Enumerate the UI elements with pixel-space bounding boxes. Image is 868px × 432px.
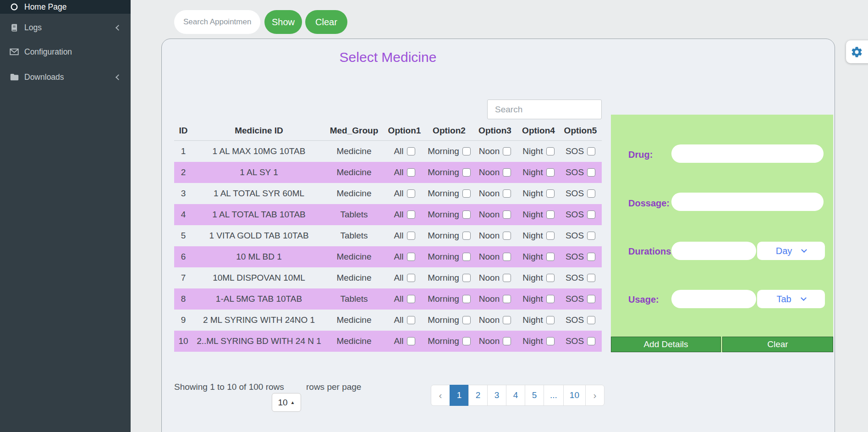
option-sos-checkbox[interactable] — [587, 189, 595, 198]
durations-unit-value: Day — [776, 246, 792, 256]
option-night-checkbox[interactable] — [546, 316, 555, 324]
table-row[interactable]: 1 1 AL MAX 10MG 10TAB Medicine All Morni… — [174, 141, 602, 162]
table-row[interactable]: 3 1 AL TOTAL SYR 60ML Medicine All Morni… — [174, 183, 602, 204]
option-night-checkbox[interactable] — [546, 337, 555, 345]
option-label: All — [394, 210, 403, 220]
pagination-page-button[interactable]: 10 — [563, 385, 586, 406]
pagination-page-button[interactable]: 1 — [450, 385, 469, 406]
usage-input[interactable] — [671, 290, 756, 308]
option-noon-checkbox[interactable] — [503, 295, 511, 303]
option-night-checkbox[interactable] — [546, 147, 555, 155]
option-sos-checkbox[interactable] — [587, 337, 595, 345]
appointment-search-input[interactable] — [174, 10, 260, 34]
table-row[interactable]: 5 1 VITA GOLD TAB 10TAB Tablets All Morn… — [174, 225, 602, 246]
dossage-input[interactable] — [671, 193, 824, 211]
show-button[interactable]: Show — [264, 10, 302, 34]
option-sos-checkbox[interactable] — [587, 316, 595, 324]
option-sos-checkbox[interactable] — [587, 274, 595, 282]
option-all-checkbox[interactable] — [407, 316, 415, 324]
pagination-next-button[interactable]: › — [585, 385, 604, 406]
table-row[interactable]: 2 1 AL SY 1 Medicine All Morning Noon Ni… — [174, 162, 602, 183]
option-morning-checkbox[interactable] — [462, 232, 471, 240]
option-sos-checkbox[interactable] — [587, 147, 595, 155]
option-noon-checkbox[interactable] — [503, 316, 511, 324]
folder-icon — [10, 72, 19, 82]
option-night-checkbox[interactable] — [546, 295, 555, 303]
option-all-checkbox[interactable] — [407, 295, 415, 303]
table-row[interactable]: 4 1 AL TOTAL TAB 10TAB Tablets All Morni… — [174, 204, 602, 225]
option-night-checkbox[interactable] — [546, 232, 555, 240]
clear-button[interactable]: Clear — [305, 10, 347, 34]
option-morning-checkbox[interactable] — [462, 168, 471, 177]
option-noon-checkbox[interactable] — [503, 210, 511, 219]
option-all-checkbox[interactable] — [407, 210, 415, 219]
usage-unit-select[interactable]: Tab — [757, 290, 825, 308]
sidebar-item-logs[interactable]: Logs — [0, 20, 131, 35]
table-row[interactable]: 10 2..ML SYRING BD WITH 24 N 1 Medicine … — [174, 331, 602, 352]
cell-id: 6 — [174, 252, 192, 262]
option-morning-checkbox[interactable] — [462, 253, 471, 261]
option-noon-checkbox[interactable] — [503, 232, 511, 240]
pagination-page-button[interactable]: ... — [544, 385, 564, 406]
pagination-page-button[interactable]: 4 — [506, 385, 525, 406]
option-morning-checkbox[interactable] — [462, 147, 471, 155]
option-noon-checkbox[interactable] — [503, 337, 511, 345]
add-details-panel: Drug: Dossage: Durations: Day Usage: Tab… — [611, 115, 833, 352]
option-noon-checkbox[interactable] — [503, 168, 511, 177]
option-noon-checkbox[interactable] — [503, 274, 511, 282]
option-sos-checkbox[interactable] — [587, 232, 595, 240]
option-sos-checkbox[interactable] — [587, 295, 595, 303]
option-sos-checkbox[interactable] — [587, 253, 595, 261]
settings-button[interactable] — [846, 40, 868, 63]
pagination-page-button[interactable]: 2 — [468, 385, 488, 406]
add-details-button[interactable]: Add Details — [611, 337, 721, 352]
option-morning-checkbox[interactable] — [462, 210, 471, 219]
option-noon-checkbox[interactable] — [503, 189, 511, 198]
option-sos-checkbox[interactable] — [587, 210, 595, 219]
option-label: Night — [522, 273, 543, 283]
option-sos-checkbox[interactable] — [587, 168, 595, 177]
circle-icon — [10, 2, 19, 11]
option-morning-checkbox[interactable] — [462, 316, 471, 324]
pagination-page-button[interactable]: 5 — [525, 385, 544, 406]
table-row[interactable]: 7 10ML DISPOVAN 10ML Medicine All Mornin… — [174, 267, 602, 288]
durations-unit-select[interactable]: Day — [757, 242, 825, 260]
option-all-checkbox[interactable] — [407, 232, 415, 240]
option-noon-checkbox[interactable] — [503, 253, 511, 261]
option-morning-checkbox[interactable] — [462, 337, 471, 345]
option-all-checkbox[interactable] — [407, 147, 415, 155]
option-night-checkbox[interactable] — [546, 274, 555, 282]
table-search-input[interactable] — [487, 100, 602, 119]
option-morning-checkbox[interactable] — [462, 189, 471, 198]
option-night-checkbox[interactable] — [546, 210, 555, 219]
pagination-page-button[interactable]: 3 — [487, 385, 506, 406]
sidebar-item-home-page[interactable]: Home Page — [0, 0, 131, 14]
table-row[interactable]: 9 2 ML SYRING WITH 24NO 1 Medicine All M… — [174, 310, 602, 331]
durations-input[interactable] — [671, 242, 756, 260]
option-noon-checkbox[interactable] — [503, 147, 511, 155]
option-label: All — [394, 167, 403, 177]
cell-medicine-id: 1 VITA GOLD TAB 10TAB — [192, 231, 325, 241]
option-night-checkbox[interactable] — [546, 253, 555, 261]
pagination-prev-button[interactable]: ‹ — [431, 385, 450, 406]
option-all-checkbox[interactable] — [407, 189, 415, 198]
page-size-value: 10 — [278, 398, 287, 408]
sidebar-item-configuration[interactable]: Configuration — [0, 44, 131, 60]
table-row[interactable]: 8 1-AL 5MG TAB 10TAB Tablets All Morning… — [174, 288, 602, 310]
option-morning-checkbox[interactable] — [462, 295, 471, 303]
cell-id: 4 — [174, 210, 192, 220]
page-size-dropdown[interactable]: 10 ▲ — [272, 393, 301, 412]
cell-id: 5 — [174, 231, 192, 241]
sidebar-item-downloads[interactable]: Downloads — [0, 69, 131, 85]
table-row[interactable]: 6 10 ML BD 1 Medicine All Morning Noon N… — [174, 246, 602, 267]
option-all-checkbox[interactable] — [407, 253, 415, 261]
option-all-checkbox[interactable] — [407, 274, 415, 282]
form-clear-button[interactable]: Clear — [722, 337, 833, 352]
option-night-checkbox[interactable] — [546, 189, 555, 198]
option-morning-checkbox[interactable] — [462, 274, 471, 282]
option-night-checkbox[interactable] — [546, 168, 555, 177]
drug-input[interactable] — [671, 144, 824, 163]
usage-label: Usage: — [628, 294, 659, 305]
option-all-checkbox[interactable] — [407, 168, 415, 177]
option-all-checkbox[interactable] — [407, 337, 415, 345]
